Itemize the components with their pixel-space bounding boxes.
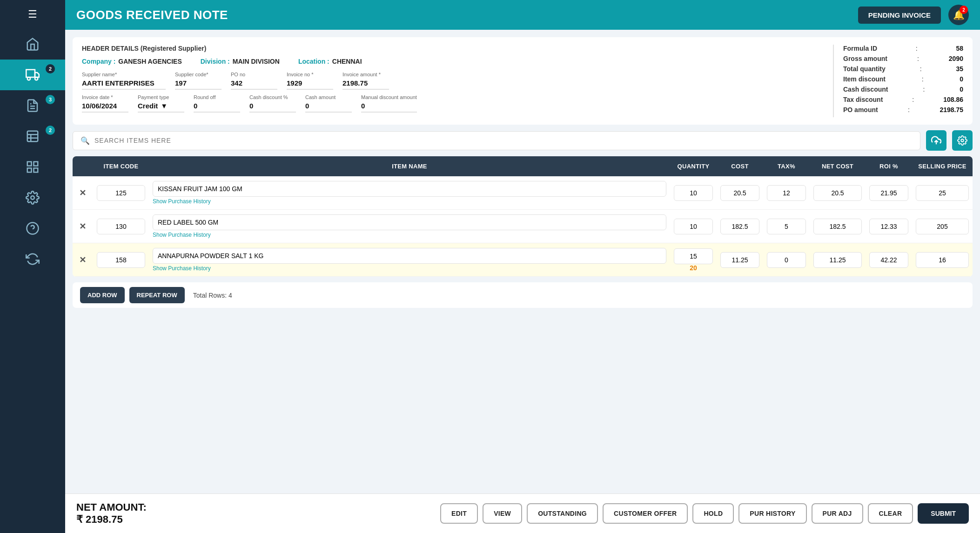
tax-input[interactable] [767, 219, 806, 234]
delete-row-button[interactable]: ✕ [75, 186, 89, 200]
selling-price-input[interactable] [916, 252, 969, 268]
sidebar-item-help[interactable] [0, 213, 65, 244]
po-no-label: PO no [231, 72, 277, 77]
payment-type-group: Payment type Credit ▼ [138, 94, 184, 113]
item-name-input[interactable] [153, 248, 666, 264]
hold-button[interactable]: HOLD [692, 503, 734, 524]
submit-button[interactable]: SUBMIT [918, 503, 969, 524]
notification-button[interactable]: 🔔 2 [948, 5, 969, 25]
sidebar-item-docs[interactable]: 2 [0, 121, 65, 152]
supplier-name-value: AARTI ENTERPRISES [82, 79, 166, 90]
item-code-input[interactable] [97, 252, 145, 268]
settings-icon [26, 191, 40, 205]
form-row-1: Supplier name* AARTI ENTERPRISES Supplie… [82, 72, 826, 90]
supplier-name-label: Supplier name* [82, 72, 166, 77]
supplier-code-label: Supplier code* [175, 72, 222, 77]
item-code-input[interactable] [97, 185, 145, 201]
net-cost-input[interactable] [813, 185, 862, 201]
sidebar-item-sync[interactable] [0, 244, 65, 274]
main-content: GOODS RECEIVED NOTE PENDING INVOICE 🔔 2 … [65, 0, 980, 533]
col-delete [73, 156, 93, 176]
roi-input[interactable] [869, 252, 908, 268]
col-selling-price: SELLING PRICE [912, 156, 973, 176]
notification-badge: 2 [960, 6, 968, 14]
sidebar-item-grid[interactable] [0, 152, 65, 182]
sidebar-item-orders[interactable]: 3 [0, 90, 65, 121]
col-cost: COST [717, 156, 763, 176]
net-cost-cell [810, 243, 866, 277]
tax-input[interactable] [767, 252, 806, 268]
help-icon [26, 221, 40, 235]
quantity-input[interactable] [674, 219, 713, 234]
summary-cash-discount: Cash discount : 0 [843, 86, 963, 93]
net-cost-input[interactable] [813, 252, 862, 268]
selling-price-input[interactable] [916, 219, 969, 234]
net-cost-input[interactable] [813, 219, 862, 234]
add-row-button[interactable]: ADD ROW [80, 287, 125, 303]
pur-adj-button[interactable]: PUR ADJ [812, 503, 863, 524]
upload-button[interactable] [926, 130, 946, 151]
edit-button[interactable]: EDIT [440, 503, 478, 524]
round-off-value: 0 [194, 102, 240, 113]
invoice-date-label: Invoice date * [82, 94, 128, 100]
selling-price-input[interactable] [916, 185, 969, 201]
tax-input[interactable] [767, 185, 806, 201]
cost-input[interactable] [720, 185, 759, 201]
delete-cell: ✕ [73, 243, 93, 277]
svg-rect-12 [27, 168, 32, 173]
items-table-container: ITEM CODE ITEM NAME QUANTITY COST TAX% N… [73, 156, 973, 277]
customer-offer-button[interactable]: CUSTOMER OFFER [603, 503, 688, 524]
search-row: 🔍 [73, 130, 973, 151]
selling-price-cell [912, 243, 973, 277]
upload-icon [931, 135, 941, 146]
pending-invoice-button[interactable]: PENDING INVOICE [858, 7, 941, 24]
item-code-input[interactable] [97, 219, 145, 234]
invoice-date-value: 10/06/2024 [82, 102, 128, 113]
home-icon [26, 37, 40, 51]
invoice-date-group: Invoice date * 10/06/2024 [82, 94, 128, 113]
quantity-input[interactable] [674, 185, 713, 201]
show-history-button[interactable]: Show Purchase History [153, 232, 211, 238]
quantity-cell [670, 176, 717, 210]
svg-rect-10 [27, 162, 32, 166]
clear-button[interactable]: CLEAR [868, 503, 913, 524]
svg-marker-1 [35, 73, 39, 77]
manual-discount-group: Manual discount amount 0 [361, 94, 417, 113]
form-row-2: Invoice date * 10/06/2024 Payment type C… [82, 94, 826, 113]
delivery-icon [26, 68, 40, 82]
show-history-button[interactable]: Show Purchase History [153, 265, 211, 272]
item-name-input[interactable] [153, 181, 666, 197]
sidebar-item-settings[interactable] [0, 182, 65, 213]
summary-po-amount: PO amount : 2198.75 [843, 106, 963, 113]
quantity-input[interactable] [674, 248, 713, 264]
svg-point-18 [961, 139, 964, 142]
roi-cell [866, 176, 912, 210]
tax-cell [763, 243, 810, 277]
item-name-input[interactable] [153, 214, 666, 230]
delete-row-button[interactable]: ✕ [75, 220, 89, 233]
svg-rect-11 [34, 162, 38, 166]
sidebar-item-home[interactable] [0, 29, 65, 60]
gross-amount-label: Gross amount [843, 55, 887, 62]
net-amount-label: NET AMOUNT: [76, 501, 147, 513]
search-input[interactable] [94, 137, 913, 144]
delete-row-button[interactable]: ✕ [75, 253, 89, 267]
roi-input[interactable] [869, 219, 908, 234]
payment-type-value[interactable]: Credit ▼ [138, 102, 184, 113]
hamburger-button[interactable]: ☰ [0, 0, 65, 29]
roi-input[interactable] [869, 185, 908, 201]
formula-id-label: Formula ID [843, 45, 877, 52]
cash-discount-summary-label: Cash discount [843, 86, 888, 93]
outstanding-button[interactable]: OUTSTANDING [527, 503, 598, 524]
pur-history-button[interactable]: PUR HISTORY [738, 503, 806, 524]
po-no-group: PO no 342 [231, 72, 277, 90]
cost-input[interactable] [720, 219, 759, 234]
cost-input[interactable] [720, 252, 759, 268]
col-quantity: QUANTITY [670, 156, 717, 176]
show-history-button[interactable]: Show Purchase History [153, 198, 211, 205]
repeat-row-button[interactable]: REPEAT ROW [129, 287, 185, 303]
item-name-cell: Show Purchase History [149, 176, 670, 210]
view-button[interactable]: VIEW [483, 503, 522, 524]
sidebar-item-delivery[interactable]: 2 [0, 60, 65, 90]
gear-button[interactable] [952, 130, 973, 151]
